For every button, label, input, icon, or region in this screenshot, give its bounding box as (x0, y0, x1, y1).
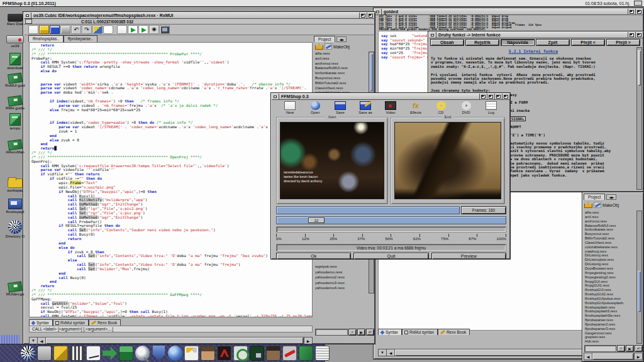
search-input[interactable] (315, 329, 348, 336)
search-input[interactable] (584, 345, 616, 352)
project-file-item[interactable]: BWinTutorial2.rexx (585, 236, 636, 241)
depth-gadget-icon[interactable] (635, 32, 643, 38)
search-button[interactable]: ⌕ (348, 329, 357, 336)
cube-green-dock-icon[interactable] (119, 346, 133, 361)
toolbar-open-button[interactable]: Open (304, 101, 326, 116)
newdoc-icon[interactable] (117, 25, 127, 34)
globe-dock-icon[interactable] (168, 346, 182, 361)
project-file-item[interactable]: yahoodemo2.rexx (315, 275, 368, 280)
toolbar-video-button[interactable]: Video (380, 101, 402, 116)
project-file-item[interactable]: ffmshopsplash.rexx (585, 305, 636, 310)
preview-button[interactable]: Preview (431, 253, 506, 260)
editor-titlebar[interactable]: os39.Cubic IDE/workspace/mojerxmui/ffmsh… (24, 13, 374, 19)
project-file-item[interactable]: ffmpgGUI.rexx (585, 280, 636, 284)
ok-button[interactable]: Ok (276, 253, 351, 260)
run-button[interactable]: ▶ (357, 329, 365, 336)
zoom-gadget-icon[interactable] (487, 94, 494, 100)
project-file-item[interactable]: colortablekarate.rexx (585, 245, 636, 250)
tab-project[interactable]: Project (584, 194, 605, 200)
makeobj-button[interactable]: MakeObj (333, 45, 350, 49)
scrollbar-thumb[interactable] (46, 337, 304, 344)
toolbar-save-button[interactable]: Save (330, 101, 352, 116)
desktop-icon-muidev-gu[interactable]: MUIdev.gu (1, 280, 30, 296)
project-file-item[interactable]: ClassUrltext.rexx (585, 241, 636, 245)
zoom-gadget-icon[interactable] (359, 13, 367, 19)
print-icon[interactable] (60, 25, 70, 34)
zoom-gadget-icon[interactable] (628, 9, 635, 15)
scroll-left-icon[interactable]: ◀ (38, 337, 46, 344)
project-file-item[interactable]: ffprobeparser2.rexx (585, 322, 636, 327)
project-file-item[interactable]: yahoodemo.rexx (315, 270, 368, 275)
project-file-item[interactable]: bmfontkarate.rexx (315, 71, 368, 76)
comment-icon[interactable] (103, 25, 113, 34)
desktop-icon-ffmshopspl[interactable]: ffmshopspl (1, 199, 30, 214)
portrait-dock-icon[interactable] (201, 346, 215, 361)
run-button[interactable]: ▶ (626, 345, 634, 352)
shield-dock-icon[interactable] (152, 346, 166, 361)
close-gadget-icon[interactable] (272, 94, 279, 100)
desktop-icon-arexxman[interactable]: ARexxMan (1, 138, 30, 154)
run-icon[interactable] (128, 25, 138, 34)
desktop-icon-rmh-guide[interactable]: RMH guide (1, 94, 30, 110)
panel-horizontal-scrollbar[interactable]: ◀ ▶ (584, 353, 643, 360)
scroll-down-icon[interactable]: ▼ (379, 349, 387, 356)
undo-icon[interactable]: ↶ (635, 345, 643, 352)
magnifier-dock-icon[interactable] (135, 346, 150, 361)
project-file-item[interactable]: amfrxmui.rexx (585, 219, 636, 224)
close-gadget-icon[interactable] (429, 32, 436, 38)
project-file-item[interactable]: Busyrxmui.rexx (585, 232, 636, 236)
scroll-left-icon[interactable]: ◀ (387, 349, 395, 356)
project-file-item[interactable]: DocsBrowser.rexx (585, 266, 636, 271)
depth-gadget-icon[interactable] (635, 9, 643, 15)
red-letters-dock-icon[interactable] (217, 346, 231, 361)
project-file-item[interactable]: bmfontkarate.rexx (585, 228, 636, 232)
tab-rxmui-syntax[interactable]: iRxMui syntax (53, 319, 89, 326)
project-list-scrollbar[interactable] (636, 211, 642, 344)
makeobj-button[interactable]: MakeObj (602, 203, 619, 207)
new-icon[interactable] (28, 25, 38, 34)
screen-menubar[interactable]: FFMShop 0.3 (01.10.2011) 01:08:53 sobota… (0, 0, 644, 7)
scroll-right-icon[interactable]: ▶ (304, 337, 312, 344)
help-button-npovda[interactable]: Nápověda (501, 39, 535, 46)
project-file-list[interactable]: alfie.rexxamf.rexxamfrxmui.rexxBalanceRx… (585, 211, 636, 344)
help-titlebar[interactable]: Druhy funkci -> Interni funkce (429, 32, 643, 38)
box-yellow-dock-icon[interactable] (53, 346, 68, 361)
project-file-item[interactable]: Gaugerxmui.rexx (585, 331, 636, 336)
toolbar-new-button[interactable]: New (279, 101, 301, 116)
project-file-item[interactable]: ClassUrltext.rexx (315, 86, 368, 91)
project-file-item[interactable]: DirListorig.rexx (585, 262, 636, 266)
colors-icon[interactable] (92, 25, 103, 34)
circuit-dock-icon[interactable] (250, 346, 264, 361)
desktop-icon-workspac[interactable]: workspac (1, 176, 30, 192)
desktop-icon-os39[interactable]: os39 (1, 31, 30, 48)
tab-rexx-book[interactable]: Rexx Book (438, 329, 470, 335)
start-video-preview[interactable]: iwrestledabearoncetastes like kevin baco… (280, 122, 384, 199)
project-file-item[interactable]: Busyrxmui.rexx (315, 76, 368, 81)
pane-arrows-icon[interactable]: ◀▶ (336, 36, 347, 42)
scroll-left-icon[interactable]: ◀ (584, 353, 592, 359)
run2-icon[interactable] (138, 25, 148, 34)
screen-depth-icon[interactable] (634, 1, 642, 6)
desktop-icon-tempo[interactable]: tempo (1, 113, 30, 130)
project-file-item[interactable]: amfrxmui.rexx (315, 62, 368, 67)
snapshot-gadget-icon[interactable] (494, 94, 502, 100)
quit-button[interactable]: Quit (353, 253, 428, 260)
ffmshop-titlebar[interactable]: FFMShop 0.3 (272, 94, 509, 100)
project-file-item[interactable]: ffmshopsplash3.rexx (585, 309, 636, 314)
help-button-zpt[interactable]: Zpět (536, 39, 570, 46)
tab-ffprobeparse[interactable]: ffprobeparse.. (64, 35, 97, 42)
project-file-item[interactable]: ffprobeparser3.rexx (585, 327, 636, 331)
help-button-pejt[interactable]: Přejít < (571, 39, 605, 46)
signature-dock-icon[interactable] (86, 346, 101, 361)
zoom-gadget-icon[interactable] (628, 32, 635, 38)
desktop-icon-ram-disk[interactable]: Ram Disk (1, 9, 30, 26)
project-file-item[interactable]: amf.rexx (315, 57, 368, 62)
book-dock-icon[interactable] (299, 346, 313, 361)
toolbar-save-as-button[interactable]: Save as (355, 101, 377, 116)
slider-knob[interactable]: 22 (308, 217, 325, 223)
help-button-rejstk[interactable]: Rejstřík (465, 39, 499, 46)
depth-gadget-icon[interactable] (502, 94, 509, 100)
burst-icon[interactable]: ✳ (149, 25, 159, 34)
tab-project[interactable]: Project (314, 36, 335, 42)
project-file-item[interactable]: ffmpegtesting.rexx (585, 271, 636, 275)
